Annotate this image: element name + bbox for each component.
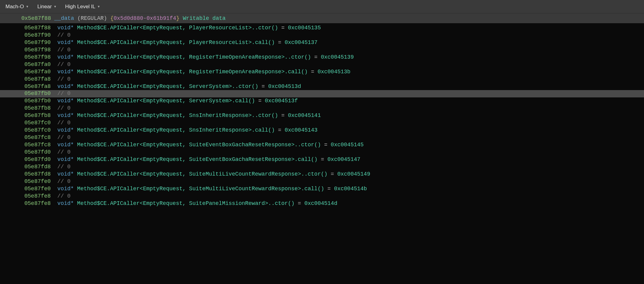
line-address: 05e87fa8 [24, 76, 51, 82]
line-address: 05e87fa0 [24, 69, 51, 75]
section-name: __data [54, 15, 74, 21]
code-line[interactable]: 05e87fd0 void* Method$CE.APICaller<Empty… [0, 156, 644, 163]
code-line[interactable]: 05e87fa0 // 0 [0, 61, 644, 68]
code-line[interactable]: 05e87f90 void* Method$CE.APICaller<Empty… [0, 39, 644, 46]
code-line[interactable]: 05e87fa8 // 0 [0, 76, 644, 83]
symbol-name[interactable]: Method$CE.APICaller<EmptyRequest, Player… [77, 39, 275, 46]
symbol-name[interactable]: Method$CE.APICaller<EmptyRequest, Server… [77, 83, 258, 89]
section-type: REGULAR [80, 15, 104, 21]
symbol-name[interactable]: Method$CE.APICaller<EmptyRequest, SuiteE… [77, 142, 321, 148]
code-line[interactable]: 05e87fd0 // 0 [0, 149, 644, 156]
assign-op: = [255, 98, 265, 104]
comment-text: // 0 [57, 32, 70, 38]
var-type: void* [57, 69, 74, 75]
var-type: void* [57, 156, 74, 162]
line-address: 05e87fd8 [24, 164, 51, 170]
il-level-dropdown[interactable]: High Level IL ▼ [65, 4, 100, 10]
code-line[interactable]: 05e87fe0 // 0 [0, 178, 644, 185]
pointer-value[interactable]: 0xc0045145 [331, 142, 364, 148]
open-paren: ( [77, 15, 81, 21]
symbol-name[interactable]: Method$CE.APICaller<EmptyRequest, Server… [77, 98, 255, 104]
code-line[interactable]: 05e87f88 void* Method$CE.APICaller<Empty… [0, 24, 644, 32]
code-line[interactable]: 05e87fb8 void* Method$CE.APICaller<Empty… [0, 112, 644, 119]
assign-op: = [278, 25, 288, 31]
pointer-value[interactable]: 0xc0045139 [321, 54, 354, 60]
line-address: 05e87fb0 [24, 90, 51, 96]
code-line[interactable]: 05e87fb8 // 0 [0, 105, 644, 112]
close-brace: } [176, 15, 180, 21]
code-line[interactable]: 05e87fa0 void* Method$CE.APICaller<Empty… [0, 68, 644, 76]
code-line[interactable]: 05e87fc0 void* Method$CE.APICaller<Empty… [0, 127, 644, 134]
code-line[interactable]: 05e87fc8 void* Method$CE.APICaller<Empty… [0, 141, 644, 149]
comment-text: // 0 [57, 90, 70, 96]
pointer-value[interactable]: 0xc0045141 [288, 112, 321, 118]
view-mode-dropdown[interactable]: Linear ▼ [37, 4, 56, 10]
pointer-value[interactable]: 0xc0045135 [288, 25, 321, 31]
pointer-value[interactable]: 0xc004514d [304, 200, 337, 206]
pointer-value[interactable]: 0xc004513f [265, 98, 298, 104]
code-line[interactable]: 05e87f90 // 0 [0, 32, 644, 39]
range-dash: - [143, 15, 147, 21]
symbol-name[interactable]: Method$CE.APICaller<EmptyRequest, Regist… [77, 69, 308, 75]
code-line[interactable]: 05e87fb0 // 0 [0, 90, 644, 97]
code-line[interactable]: 05e87fd8 void* Method$CE.APICaller<Empty… [0, 171, 644, 178]
section-header[interactable]: 0x5e87f88 __data (REGULAR) {0x5d0d880-0x… [0, 13, 644, 23]
symbol-name[interactable]: Method$CE.APICaller<EmptyRequest, SnsInh… [77, 112, 278, 118]
line-address: 05e87fe8 [24, 200, 51, 206]
line-address: 05e87f98 [24, 54, 51, 60]
var-type: void* [57, 98, 74, 104]
pointer-value[interactable]: 0xc004513d [268, 83, 301, 89]
pointer-value[interactable]: 0xc004514b [334, 186, 367, 192]
var-type: void* [57, 171, 74, 177]
pointer-value[interactable]: 0xc0045143 [284, 127, 317, 133]
code-line[interactable]: 05e87fa8 void* Method$CE.APICaller<Empty… [0, 83, 644, 90]
assign-op: = [278, 112, 288, 118]
comment-text: // 0 [57, 47, 70, 53]
binary-format-dropdown[interactable]: Mach-O ▼ [5, 4, 29, 10]
code-line[interactable]: 05e87fd8 // 0 [0, 163, 644, 171]
pointer-value[interactable]: 0xc0045149 [337, 171, 370, 177]
pointer-value[interactable]: 0xc0045137 [284, 39, 317, 46]
symbol-name[interactable]: Method$CE.APICaller<EmptyRequest, SuiteM… [77, 186, 324, 192]
symbol-name[interactable]: Method$CE.APICaller<EmptyRequest, Regist… [77, 54, 311, 60]
symbol-name[interactable]: Method$CE.APICaller<EmptyRequest, SuiteP… [77, 200, 295, 206]
code-line[interactable]: 05e87fe8 void* Method$CE.APICaller<Empty… [0, 200, 644, 207]
symbol-name[interactable]: Method$CE.APICaller<EmptyRequest, Player… [77, 25, 278, 31]
section-desc: Writable data [183, 15, 225, 21]
assign-op: = [258, 83, 268, 89]
code-line[interactable]: 05e87f98 // 0 [0, 46, 644, 54]
line-address: 05e87f90 [24, 39, 51, 46]
code-line[interactable]: 05e87f98 void* Method$CE.APICaller<Empty… [0, 54, 644, 61]
open-brace: { [110, 15, 114, 21]
close-paren: ) [104, 15, 107, 21]
line-address: 05e87fb8 [24, 112, 51, 118]
symbol-name[interactable]: Method$CE.APICaller<EmptyRequest, SuiteM… [77, 171, 327, 177]
code-line[interactable]: 05e87fe0 void* Method$CE.APICaller<Empty… [0, 185, 644, 193]
comment-text: // 0 [57, 178, 70, 184]
var-type: void* [57, 39, 74, 46]
assign-op: = [295, 200, 304, 206]
linear-view[interactable]: 05e87f88 void* Method$CE.APICaller<Empty… [0, 23, 644, 208]
pointer-value[interactable]: 0xc004513b [317, 69, 350, 75]
symbol-name[interactable]: Method$CE.APICaller<EmptyRequest, SuiteE… [77, 156, 318, 162]
assign-op: = [321, 142, 331, 148]
line-address: 05e87fc0 [24, 127, 51, 133]
code-line[interactable]: 05e87fb0 void* Method$CE.APICaller<Empty… [0, 97, 644, 105]
chevron-down-icon: ▼ [54, 5, 57, 8]
comment-text: // 0 [57, 149, 70, 155]
line-address: 05e87f88 [24, 25, 51, 31]
il-level-label: High Level IL [65, 4, 95, 10]
var-type: void* [57, 54, 74, 60]
pointer-value[interactable]: 0xc0045147 [327, 156, 360, 162]
comment-text: // 0 [57, 120, 70, 126]
line-address: 05e87fc8 [24, 142, 51, 148]
view-mode-label: Linear [37, 4, 52, 10]
range-end: 0x61b91f4 [147, 15, 176, 21]
line-address: 05e87fd0 [24, 149, 51, 155]
var-type: void* [57, 142, 74, 148]
code-line[interactable]: 05e87fc0 // 0 [0, 119, 644, 127]
code-line[interactable]: 05e87fe8 // 0 [0, 193, 644, 200]
var-type: void* [57, 25, 74, 31]
code-line[interactable]: 05e87fc8 // 0 [0, 134, 644, 141]
symbol-name[interactable]: Method$CE.APICaller<EmptyRequest, SnsInh… [77, 127, 275, 133]
